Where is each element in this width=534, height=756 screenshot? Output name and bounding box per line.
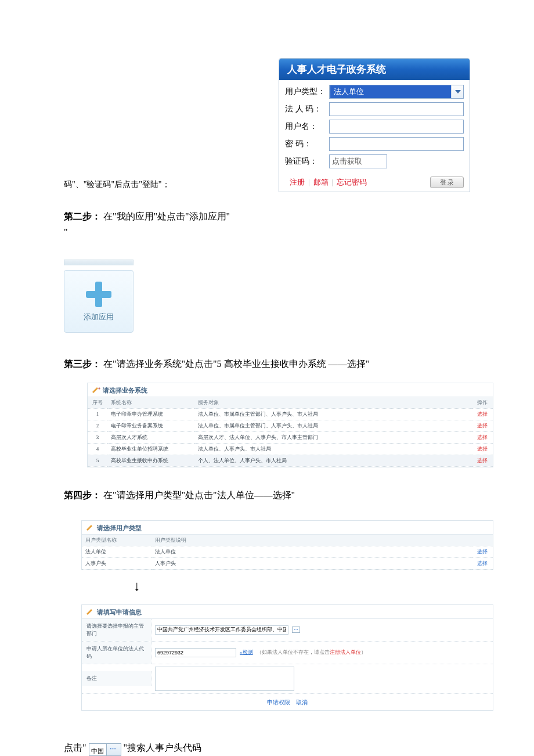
- register-legal-link[interactable]: 注册法人单位: [330, 649, 361, 655]
- widget-text: 中国: [89, 744, 107, 755]
- label-username: 用户名：: [285, 121, 329, 132]
- login-title: 人事人才电子政务系统: [279, 59, 470, 80]
- label-remark: 备注: [82, 671, 151, 686]
- code-input[interactable]: [155, 648, 236, 657]
- tile-topbar: [64, 260, 134, 265]
- arrow-down-icon: ↓: [134, 578, 470, 594]
- label-dept: 请选择要选择申报的主管部门: [82, 619, 151, 641]
- ellipsis-icon: ⋯: [107, 744, 121, 755]
- user-type-value: 法人单位: [330, 85, 451, 98]
- pencil-icon: [86, 525, 95, 531]
- th-op: [472, 535, 493, 546]
- captcha-input[interactable]: [329, 154, 387, 168]
- select-link[interactable]: 选择: [477, 446, 488, 452]
- mail-link[interactable]: 邮箱: [313, 177, 329, 188]
- register-link[interactable]: 注册: [290, 177, 305, 188]
- system-table: 序号 系统名称 服务对象 操作 1电子印章申办管理系统法人单位、市属单位主管部门…: [88, 397, 493, 467]
- select-link[interactable]: 选择: [477, 434, 488, 440]
- pencil-icon: [86, 609, 95, 615]
- usertype-panel: 请选择用户类型 用户类型名称 用户类型说明 法人单位法人单位选择 人事户头人事户…: [81, 520, 493, 570]
- click-text-pre: 点击": [64, 743, 86, 753]
- select-link[interactable]: 选择: [477, 458, 488, 463]
- apply-info-panel: 请填写申请信息 请选择要选择申报的主管部门 ⋯ 申请人所在单位的法人代码 »检测…: [81, 604, 493, 711]
- th-no: 序号: [88, 397, 107, 409]
- pencil-icon: [92, 387, 100, 393]
- label-user-type: 用户类型：: [285, 87, 329, 97]
- step2-text: 在"我的应用"处点击"添加应用": [103, 211, 230, 221]
- system-select-panel: 请选择业务系统 序号 系统名称 服务对象 操作 1电子印章申办管理系统法人单位、…: [87, 383, 493, 467]
- select-link[interactable]: 选择: [477, 423, 488, 429]
- chevron-down-icon: [452, 85, 463, 98]
- click-text-post: "搜索人事户头代码: [124, 743, 202, 753]
- table-row: 1电子印章申办管理系统法人单位、市属单位主管部门、人事户头、市人社局选择: [88, 408, 493, 420]
- th-desc: 用户类型说明: [151, 535, 472, 546]
- th-op: 操作: [472, 397, 493, 409]
- step2-label: 第二步：: [64, 211, 101, 221]
- remark-textarea[interactable]: [155, 667, 294, 691]
- add-app-tile[interactable]: 添加应用: [64, 270, 134, 333]
- apply-button[interactable]: 申请权限: [267, 699, 290, 705]
- th-target: 服务对象: [194, 397, 472, 409]
- sep-icon: |: [308, 178, 310, 187]
- usertype-table: 用户类型名称 用户类型说明 法人单位法人单位选择 人事户头人事户头选择: [82, 535, 493, 570]
- select-link[interactable]: 选择: [477, 411, 488, 417]
- th-name: 用户类型名称: [82, 535, 151, 546]
- step3-label: 第三步：: [64, 359, 101, 369]
- login-button[interactable]: 登 录: [430, 177, 464, 188]
- step4-label: 第四步：: [64, 490, 101, 500]
- dept-input[interactable]: [155, 625, 288, 635]
- table-row: 3高层次人才系统高层次人才、法人单位、人事户头、市人事主管部门选择: [88, 431, 493, 443]
- table-row: 法人单位法人单位选择: [82, 546, 493, 557]
- browse-icon[interactable]: ⋯: [292, 627, 300, 633]
- plus-icon: [85, 280, 113, 308]
- label-captcha: 验证码：: [285, 156, 329, 167]
- table-row: 5高校毕业生接收申办系统个人、法人单位、人事户头、市人社局选择: [88, 455, 493, 466]
- step3-text: 在"请选择业务系统"处点击"5 高校毕业生接收申办系统 ——选择": [103, 359, 369, 369]
- step1-trailing: 码"、"验证码"后点击"登陆"；: [64, 179, 170, 192]
- th-name: 系统名称: [107, 397, 194, 409]
- label-password: 密 码：: [285, 139, 329, 149]
- label-code: 申请人所在单位的法人代码: [82, 642, 151, 664]
- username-input[interactable]: [329, 120, 464, 134]
- forgot-link[interactable]: 忘记密码: [337, 177, 367, 188]
- step4-text: 在"请选择用户类型"处点击"法人单位——选择": [103, 490, 295, 500]
- table-row: 4高校毕业生单位招聘系统法人单位、人事户头、市人社局选择: [88, 443, 493, 455]
- search-code-widget[interactable]: 中国 ⋯: [89, 743, 121, 756]
- system-panel-title: 请选择业务系统: [103, 386, 147, 395]
- select-link[interactable]: 选择: [477, 549, 488, 555]
- legal-code-input[interactable]: [329, 102, 464, 116]
- table-row: 人事户头人事户头选择: [82, 557, 493, 569]
- login-panel: 人事人才电子政务系统 用户类型： 法人单位 法 人 码： 用户名: [279, 58, 470, 192]
- usertype-panel-title: 请选择用户类型: [97, 524, 142, 532]
- add-app-label: 添加应用: [84, 312, 114, 322]
- code-hint: （如果法人单位不存在，请点击注册法人单位）: [257, 649, 366, 656]
- check-link[interactable]: »检测: [240, 649, 253, 656]
- cancel-button[interactable]: 取消: [296, 699, 308, 705]
- step2-tail: ": [64, 227, 68, 237]
- select-link[interactable]: 选择: [477, 560, 488, 566]
- table-row: 2电子印章业务备案系统法人单位、市属单位主管部门、人事户头、市人社局选择: [88, 420, 493, 431]
- user-type-select[interactable]: 法人单位: [329, 85, 464, 99]
- password-input[interactable]: [329, 137, 464, 151]
- label-legal-code: 法 人 码：: [285, 104, 329, 114]
- sep-icon: |: [332, 178, 334, 187]
- info-panel-title: 请填写申请信息: [97, 608, 142, 617]
